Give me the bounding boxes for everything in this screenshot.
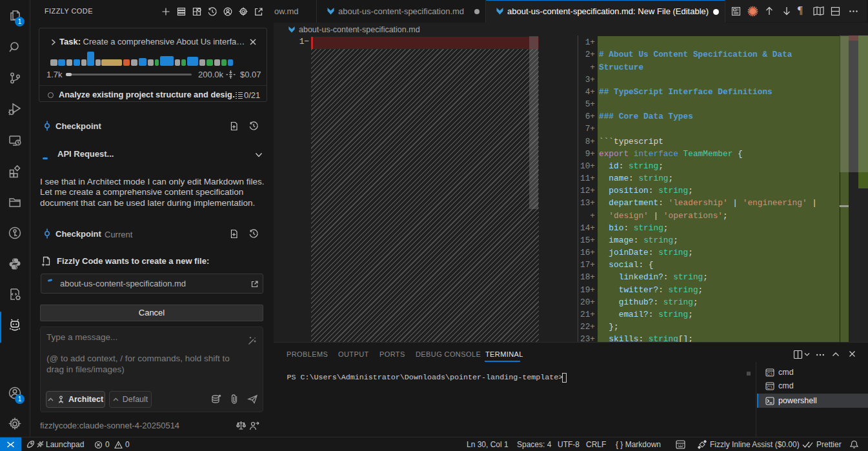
svg-text:C:\: C:\ — [767, 385, 772, 390]
svg-text:C:\: C:\ — [767, 372, 772, 376]
